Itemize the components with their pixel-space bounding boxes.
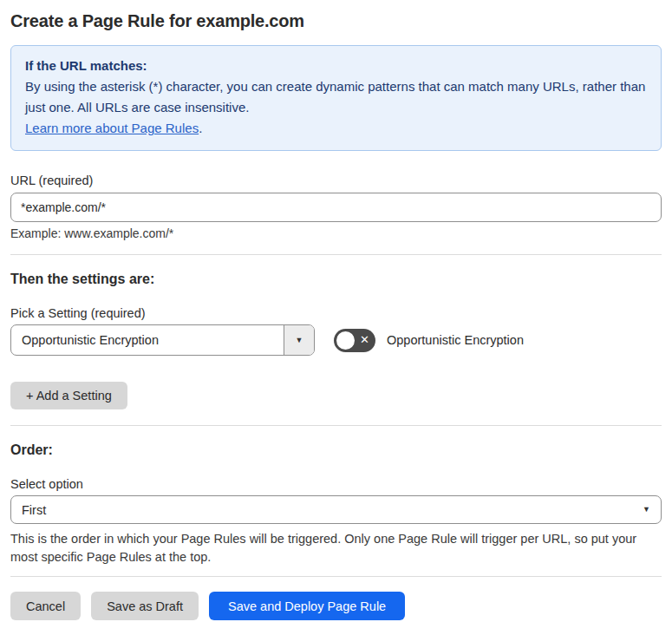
order-select[interactable]: First ▼	[10, 495, 662, 524]
divider	[10, 254, 662, 255]
url-match-info-box: If the URL matches: By using the asteris…	[10, 45, 662, 151]
order-select-value: First	[22, 503, 643, 517]
cancel-button[interactable]: Cancel	[10, 592, 81, 620]
order-section-heading: Order:	[10, 443, 662, 457]
form-actions: Cancel Save as Draft Save and Deploy Pag…	[10, 592, 662, 620]
opportunistic-encryption-toggle[interactable]: ✕	[334, 329, 375, 352]
page-title: Create a Page Rule for example.com	[10, 0, 662, 31]
order-help-text: This is the order in which your Page Rul…	[10, 530, 662, 566]
setting-row: Opportunistic Encryption ▼ ✕ Opportunist…	[10, 324, 662, 356]
chevron-down-icon: ▼	[643, 506, 650, 514]
link-period: .	[199, 121, 202, 135]
toggle-knob	[336, 331, 355, 350]
toggle-label: Opportunistic Encryption	[387, 333, 524, 347]
select-option-label: Select option	[10, 478, 662, 490]
learn-more-link[interactable]: Learn more about Page Rules	[25, 121, 199, 135]
save-as-draft-button[interactable]: Save as Draft	[91, 592, 199, 620]
divider	[10, 425, 662, 426]
setting-dropdown-arrow-button[interactable]: ▼	[284, 325, 314, 355]
pick-setting-label: Pick a Setting (required)	[10, 307, 662, 319]
url-field-label: URL (required)	[10, 174, 662, 187]
url-example-text: Example: www.example.com/*	[10, 227, 662, 240]
info-box-link-line: Learn more about Page Rules.	[25, 118, 647, 139]
add-setting-button[interactable]: + Add a Setting	[10, 382, 127, 409]
url-input[interactable]	[10, 193, 662, 222]
info-box-body: By using the asterisk (*) character, you…	[25, 76, 647, 118]
chevron-down-icon: ▼	[296, 337, 303, 344]
divider	[10, 576, 662, 577]
page-rule-form: Create a Page Rule for example.com If th…	[0, 0, 672, 622]
save-and-deploy-button[interactable]: Save and Deploy Page Rule	[209, 592, 405, 620]
setting-dropdown[interactable]: Opportunistic Encryption ▼	[10, 324, 315, 356]
settings-section-heading: Then the settings are:	[10, 272, 662, 286]
setting-dropdown-value: Opportunistic Encryption	[11, 325, 284, 355]
info-box-heading: If the URL matches:	[25, 56, 647, 76]
toggle-off-x-icon: ✕	[360, 334, 369, 345]
